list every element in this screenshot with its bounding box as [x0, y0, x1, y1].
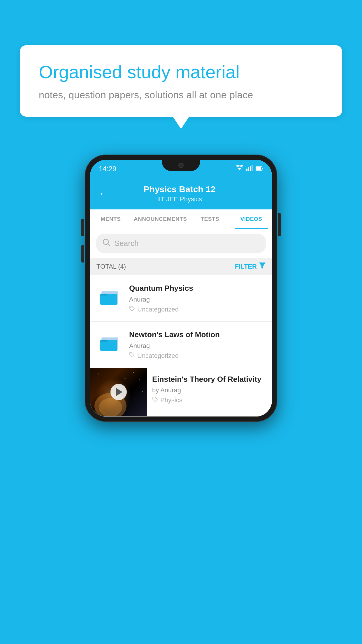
tab-videos[interactable]: VIDEOS	[231, 209, 272, 229]
phone-mockup: 14:29	[85, 155, 277, 422]
tag-label: Uncategorized	[137, 306, 179, 313]
volume-up-button	[81, 245, 84, 262]
svg-line-9	[108, 244, 110, 246]
tag-icon	[129, 306, 135, 313]
play-triangle-icon	[116, 388, 122, 396]
filter-bar: TOTAL (4) FILTER	[90, 258, 272, 275]
svg-point-21	[133, 372, 134, 373]
item-thumbnail	[96, 330, 123, 356]
svg-point-23	[106, 382, 106, 383]
phone-screen: 14:29	[90, 160, 272, 416]
search-box[interactable]: Search	[96, 234, 266, 253]
svg-rect-1	[246, 169, 247, 171]
search-container: Search	[90, 229, 272, 258]
svg-rect-4	[252, 165, 253, 171]
item-author: Anurag	[129, 296, 266, 303]
phone-outer: 14:29	[85, 155, 277, 422]
item-author: Anurag	[129, 342, 266, 350]
svg-rect-2	[248, 167, 249, 171]
list-item[interactable]: Einstein's Theory Of Relativity by Anura…	[90, 368, 272, 416]
item-info: Quantum Physics Anurag Uncategorized	[129, 284, 266, 313]
svg-rect-6	[262, 168, 263, 169]
item-info: Einstein's Theory Of Relativity by Anura…	[147, 368, 272, 411]
item-title: Einstein's Theory Of Relativity	[152, 374, 267, 384]
svg-rect-13	[100, 295, 117, 305]
svg-point-18	[131, 353, 131, 354]
tab-ments[interactable]: MENTS	[90, 209, 131, 229]
tag-label: Physics	[160, 396, 182, 404]
list-item[interactable]: Newton's Laws of Motion Anurag Uncategor…	[90, 322, 272, 368]
status-icons	[236, 165, 263, 173]
status-time: 14:29	[99, 165, 116, 173]
filter-funnel-icon	[259, 262, 266, 271]
video-list: Quantum Physics Anurag Uncategorized	[90, 275, 272, 416]
svg-point-19	[99, 373, 99, 374]
svg-point-28	[99, 398, 122, 416]
wifi-icon	[236, 165, 243, 173]
bubble-subtitle: notes, question papers, solutions all at…	[39, 89, 323, 101]
svg-marker-10	[259, 262, 266, 269]
svg-marker-0	[238, 168, 241, 170]
svg-point-24	[125, 378, 126, 379]
tab-tests[interactable]: TESTS	[189, 209, 231, 229]
app-subtitle: IIT JEE Physics	[113, 195, 246, 203]
tag-icon	[152, 396, 158, 404]
svg-point-26	[142, 391, 143, 392]
svg-rect-17	[100, 342, 117, 351]
item-title: Newton's Laws of Motion	[129, 330, 266, 340]
filter-label: FILTER	[235, 263, 257, 270]
tabs-bar: MENTS ANNOUNCEMENTS TESTS VIDEOS	[90, 209, 272, 229]
svg-rect-3	[250, 166, 251, 171]
svg-point-29	[154, 398, 154, 399]
notch	[162, 160, 200, 171]
search-icon	[102, 238, 110, 249]
video-thumbnail	[90, 368, 147, 416]
svg-point-14	[131, 307, 131, 308]
svg-point-25	[93, 385, 93, 386]
battery-icon	[256, 165, 263, 173]
svg-point-22	[139, 379, 140, 380]
app-header: ← Physics Batch 12 IIT JEE Physics	[90, 178, 272, 209]
item-info: Newton's Laws of Motion Anurag Uncategor…	[129, 330, 266, 360]
list-item[interactable]: Quantum Physics Anurag Uncategorized	[90, 275, 272, 322]
header-center: Physics Batch 12 IIT JEE Physics	[113, 184, 246, 203]
item-tag: Uncategorized	[129, 306, 266, 313]
item-tag: Physics	[152, 396, 267, 404]
tag-label: Uncategorized	[137, 352, 179, 360]
speech-bubble-container: Organised study material notes, question…	[20, 45, 342, 117]
status-bar: 14:29	[90, 160, 272, 178]
total-count: TOTAL (4)	[96, 263, 126, 270]
item-title: Quantum Physics	[129, 284, 266, 293]
item-tag: Uncategorized	[129, 352, 266, 360]
play-button[interactable]	[110, 384, 127, 400]
front-camera	[178, 163, 184, 168]
bubble-title: Organised study material	[39, 61, 323, 83]
tab-announcements[interactable]: ANNOUNCEMENTS	[131, 209, 189, 229]
back-arrow-icon[interactable]: ←	[99, 189, 108, 199]
item-author: by Anurag	[152, 386, 267, 394]
svg-rect-7	[256, 167, 261, 170]
tag-icon	[129, 352, 135, 360]
filter-button[interactable]: FILTER	[235, 262, 266, 271]
svg-point-20	[113, 371, 114, 371]
speech-bubble: Organised study material notes, question…	[20, 45, 342, 117]
search-input[interactable]: Search	[115, 239, 138, 248]
signal-icon	[246, 165, 253, 173]
app-title: Physics Batch 12	[113, 184, 246, 194]
item-thumbnail	[96, 284, 123, 310]
